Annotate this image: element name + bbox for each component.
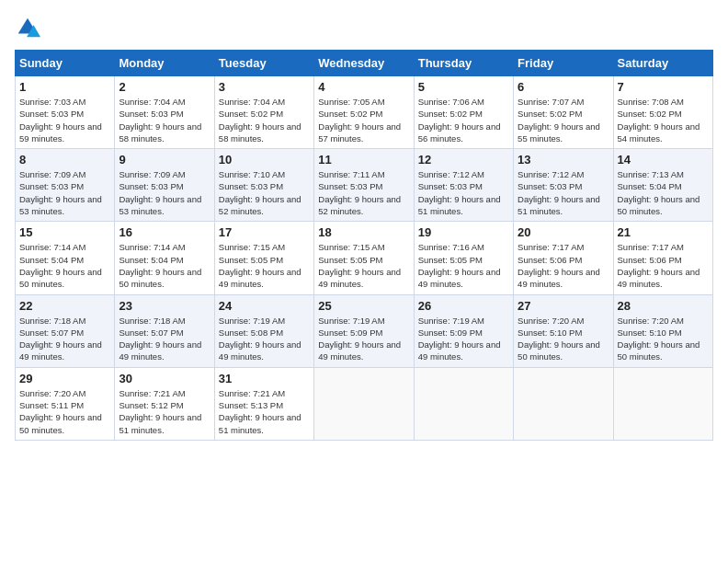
day-info: Sunrise: 7:15 AM Sunset: 5:05 PM Dayligh… [219, 241, 310, 290]
day-number: 3 [219, 80, 310, 94]
calendar-cell: 21 Sunrise: 7:17 AM Sunset: 5:06 PM Dayl… [613, 222, 712, 294]
calendar-table: SundayMondayTuesdayWednesdayThursdayFrid… [15, 50, 713, 441]
calendar-cell: 9 Sunrise: 7:09 AM Sunset: 5:03 PM Dayli… [115, 149, 214, 222]
calendar-cell: 8 Sunrise: 7:09 AM Sunset: 5:03 PM Dayli… [16, 149, 115, 222]
weekday-header-saturday: Saturday [613, 51, 712, 76]
day-info: Sunrise: 7:20 AM Sunset: 5:11 PM Dayligh… [19, 387, 110, 436]
calendar-cell: 25 Sunrise: 7:19 AM Sunset: 5:09 PM Dayl… [314, 294, 414, 367]
day-number: 1 [19, 80, 110, 94]
day-number: 26 [418, 299, 509, 313]
day-info: Sunrise: 7:20 AM Sunset: 5:10 PM Dayligh… [618, 315, 709, 363]
calendar-cell: 26 Sunrise: 7:19 AM Sunset: 5:09 PM Dayl… [414, 294, 513, 367]
day-number: 27 [518, 299, 609, 313]
calendar-cell: 17 Sunrise: 7:15 AM Sunset: 5:05 PM Dayl… [214, 222, 313, 294]
day-number: 29 [19, 372, 110, 385]
day-number: 8 [19, 153, 110, 167]
day-info: Sunrise: 7:03 AM Sunset: 5:03 PM Dayligh… [19, 96, 110, 144]
calendar-cell: 15 Sunrise: 7:14 AM Sunset: 5:04 PM Dayl… [16, 222, 115, 294]
page-header [15, 15, 713, 40]
day-number: 5 [418, 80, 509, 94]
calendar-cell: 5 Sunrise: 7:06 AM Sunset: 5:02 PM Dayli… [414, 76, 513, 149]
day-number: 12 [418, 153, 509, 167]
calendar-cell: 23 Sunrise: 7:18 AM Sunset: 5:07 PM Dayl… [115, 294, 214, 367]
day-info: Sunrise: 7:09 AM Sunset: 5:03 PM Dayligh… [19, 168, 110, 217]
weekday-header-friday: Friday [514, 51, 613, 76]
day-number: 19 [418, 225, 509, 239]
calendar-cell: 28 Sunrise: 7:20 AM Sunset: 5:10 PM Dayl… [613, 294, 712, 367]
day-info: Sunrise: 7:16 AM Sunset: 5:05 PM Dayligh… [418, 241, 509, 290]
day-info: Sunrise: 7:06 AM Sunset: 5:02 PM Dayligh… [418, 96, 509, 144]
day-info: Sunrise: 7:10 AM Sunset: 5:03 PM Dayligh… [219, 168, 310, 217]
day-info: Sunrise: 7:17 AM Sunset: 5:06 PM Dayligh… [518, 241, 609, 290]
calendar-cell: 19 Sunrise: 7:16 AM Sunset: 5:05 PM Dayl… [414, 222, 513, 294]
day-info: Sunrise: 7:12 AM Sunset: 5:03 PM Dayligh… [518, 168, 609, 217]
calendar-cell: 4 Sunrise: 7:05 AM Sunset: 5:02 PM Dayli… [314, 76, 414, 149]
calendar-cell: 2 Sunrise: 7:04 AM Sunset: 5:03 PM Dayli… [115, 76, 214, 149]
day-info: Sunrise: 7:11 AM Sunset: 5:03 PM Dayligh… [318, 168, 409, 217]
calendar-cell: 12 Sunrise: 7:12 AM Sunset: 5:03 PM Dayl… [414, 149, 513, 222]
calendar-cell: 20 Sunrise: 7:17 AM Sunset: 5:06 PM Dayl… [514, 222, 613, 294]
day-info: Sunrise: 7:19 AM Sunset: 5:09 PM Dayligh… [418, 315, 509, 363]
calendar-week-row: 29 Sunrise: 7:20 AM Sunset: 5:11 PM Dayl… [16, 367, 713, 440]
day-number: 20 [518, 225, 609, 239]
day-number: 7 [618, 80, 709, 94]
day-number: 24 [219, 299, 310, 313]
calendar-week-row: 1 Sunrise: 7:03 AM Sunset: 5:03 PM Dayli… [16, 76, 713, 149]
calendar-cell [613, 367, 712, 440]
day-number: 30 [119, 372, 210, 385]
day-number: 4 [318, 80, 409, 94]
day-info: Sunrise: 7:08 AM Sunset: 5:02 PM Dayligh… [618, 96, 709, 144]
day-info: Sunrise: 7:07 AM Sunset: 5:02 PM Dayligh… [518, 96, 609, 144]
day-number: 17 [219, 225, 310, 239]
calendar-cell: 11 Sunrise: 7:11 AM Sunset: 5:03 PM Dayl… [314, 149, 414, 222]
calendar-cell: 1 Sunrise: 7:03 AM Sunset: 5:03 PM Dayli… [16, 76, 115, 149]
day-number: 15 [19, 225, 110, 239]
day-number: 16 [119, 225, 210, 239]
day-info: Sunrise: 7:04 AM Sunset: 5:02 PM Dayligh… [219, 96, 310, 144]
day-info: Sunrise: 7:13 AM Sunset: 5:04 PM Dayligh… [618, 168, 709, 217]
calendar-cell: 24 Sunrise: 7:19 AM Sunset: 5:08 PM Dayl… [214, 294, 313, 367]
calendar-week-row: 22 Sunrise: 7:18 AM Sunset: 5:07 PM Dayl… [16, 294, 713, 367]
day-info: Sunrise: 7:18 AM Sunset: 5:07 PM Dayligh… [19, 315, 110, 363]
day-number: 22 [19, 299, 110, 313]
calendar-cell [514, 367, 613, 440]
calendar-week-row: 8 Sunrise: 7:09 AM Sunset: 5:03 PM Dayli… [16, 149, 713, 222]
day-number: 18 [318, 225, 409, 239]
weekday-header-tuesday: Tuesday [214, 51, 313, 76]
calendar-cell: 6 Sunrise: 7:07 AM Sunset: 5:02 PM Dayli… [514, 76, 613, 149]
day-number: 14 [618, 153, 709, 167]
day-info: Sunrise: 7:17 AM Sunset: 5:06 PM Dayligh… [618, 241, 709, 290]
calendar-cell [314, 367, 414, 440]
day-number: 23 [119, 299, 210, 313]
calendar-week-row: 15 Sunrise: 7:14 AM Sunset: 5:04 PM Dayl… [16, 222, 713, 294]
calendar-cell: 10 Sunrise: 7:10 AM Sunset: 5:03 PM Dayl… [214, 149, 313, 222]
calendar-cell: 3 Sunrise: 7:04 AM Sunset: 5:02 PM Dayli… [214, 76, 313, 149]
day-number: 31 [219, 372, 310, 385]
day-number: 6 [518, 80, 609, 94]
day-number: 13 [518, 153, 609, 167]
day-info: Sunrise: 7:14 AM Sunset: 5:04 PM Dayligh… [119, 241, 210, 290]
weekday-header-wednesday: Wednesday [314, 51, 414, 76]
weekday-header-row: SundayMondayTuesdayWednesdayThursdayFrid… [16, 51, 713, 76]
day-info: Sunrise: 7:21 AM Sunset: 5:12 PM Dayligh… [119, 387, 210, 436]
calendar-cell: 27 Sunrise: 7:20 AM Sunset: 5:10 PM Dayl… [514, 294, 613, 367]
day-info: Sunrise: 7:15 AM Sunset: 5:05 PM Dayligh… [318, 241, 409, 290]
day-info: Sunrise: 7:19 AM Sunset: 5:09 PM Dayligh… [318, 315, 409, 363]
day-number: 10 [219, 153, 310, 167]
calendar-cell: 22 Sunrise: 7:18 AM Sunset: 5:07 PM Dayl… [16, 294, 115, 367]
logo-icon [15, 15, 40, 40]
day-number: 25 [318, 299, 409, 313]
calendar-cell: 7 Sunrise: 7:08 AM Sunset: 5:02 PM Dayli… [613, 76, 712, 149]
logo [15, 15, 44, 40]
day-info: Sunrise: 7:14 AM Sunset: 5:04 PM Dayligh… [19, 241, 110, 290]
day-info: Sunrise: 7:21 AM Sunset: 5:13 PM Dayligh… [219, 387, 310, 436]
calendar-cell: 30 Sunrise: 7:21 AM Sunset: 5:12 PM Dayl… [115, 367, 214, 440]
calendar-cell: 18 Sunrise: 7:15 AM Sunset: 5:05 PM Dayl… [314, 222, 414, 294]
weekday-header-monday: Monday [115, 51, 214, 76]
day-info: Sunrise: 7:20 AM Sunset: 5:10 PM Dayligh… [518, 315, 609, 363]
day-info: Sunrise: 7:18 AM Sunset: 5:07 PM Dayligh… [119, 315, 210, 363]
day-info: Sunrise: 7:09 AM Sunset: 5:03 PM Dayligh… [119, 168, 210, 217]
calendar-cell [414, 367, 513, 440]
calendar-cell: 13 Sunrise: 7:12 AM Sunset: 5:03 PM Dayl… [514, 149, 613, 222]
calendar-cell: 14 Sunrise: 7:13 AM Sunset: 5:04 PM Dayl… [613, 149, 712, 222]
